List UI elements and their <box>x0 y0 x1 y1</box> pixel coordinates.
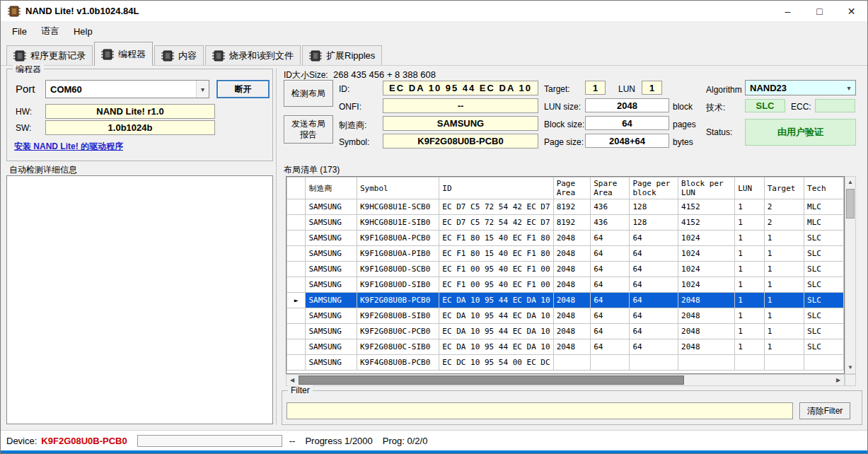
algorithm-combobox[interactable]: NAND23 ▾ <box>745 80 856 95</box>
table-cell[interactable]: EC DA 10 95 44 EC DA 10 <box>439 339 553 355</box>
table-row[interactable]: SAMSUNGK9HCG08U1E-SCB0EC D7 C5 72 54 42 … <box>287 199 844 215</box>
table-cell[interactable]: 1 <box>764 324 804 339</box>
table-cell[interactable]: 1024 <box>678 231 735 246</box>
column-header[interactable]: LUN <box>735 177 764 199</box>
table-cell[interactable]: SLC <box>804 277 844 293</box>
table-cell[interactable]: 64 <box>591 339 630 355</box>
disconnect-button[interactable]: 断开 <box>216 80 270 98</box>
column-header[interactable]: 制造商 <box>306 177 357 199</box>
table-cell[interactable]: 1 <box>764 339 804 355</box>
table-row[interactable]: SAMSUNGK9F1G08U0D-SCB0EC F1 00 95 40 EC … <box>287 262 844 277</box>
table-cell[interactable]: 1 <box>735 215 764 231</box>
table-cell[interactable]: 1024 <box>678 246 735 262</box>
table-cell[interactable]: K9F1G08U0D-SCB0 <box>357 262 439 277</box>
table-cell[interactable]: EC D7 C5 72 54 42 EC D7 <box>439 215 553 231</box>
table-cell[interactable]: SLC <box>804 308 844 324</box>
table-cell[interactable]: 64 <box>630 246 678 262</box>
close-button[interactable]: ✕ <box>835 1 867 22</box>
table-cell[interactable]: 4152 <box>678 199 735 215</box>
column-header[interactable]: Page per block <box>630 177 678 199</box>
table-cell[interactable]: SAMSUNG <box>306 231 357 246</box>
table-cell[interactable]: 1 <box>735 308 764 324</box>
filter-input[interactable] <box>287 402 793 419</box>
table-cell[interactable]: 64 <box>630 308 678 324</box>
table-cell[interactable]: 2048 <box>553 246 591 262</box>
table-cell[interactable] <box>804 355 844 371</box>
table-cell[interactable]: K9F1G08U0D-SIB0 <box>357 277 439 293</box>
table-cell[interactable]: SAMSUNG <box>306 215 357 231</box>
table-cell[interactable]: 2048 <box>553 277 591 293</box>
table-cell[interactable]: 2048 <box>553 262 591 277</box>
column-header[interactable] <box>287 177 306 199</box>
table-cell[interactable]: 2048 <box>553 293 591 308</box>
column-header[interactable]: ID <box>439 177 553 199</box>
table-cell[interactable]: K9HCG08U1E-SCB0 <box>357 199 439 215</box>
table-cell[interactable]: K9F2G08U0C-PCB0 <box>357 324 439 339</box>
table-cell[interactable]: 1024 <box>678 277 735 293</box>
menu-help[interactable]: Help <box>66 23 100 40</box>
tab-burn-read-file[interactable]: 烧录和读到文件 <box>205 45 301 65</box>
table-cell[interactable]: 1 <box>764 231 804 246</box>
auto-detect-output[interactable] <box>6 175 273 424</box>
column-header[interactable]: Target <box>764 177 804 199</box>
table-cell[interactable]: SAMSUNG <box>306 355 357 371</box>
table-row[interactable]: SAMSUNGK9HCG08U1E-SIB0EC D7 C5 72 54 42 … <box>287 215 844 231</box>
table-cell[interactable]: 2 <box>764 199 804 215</box>
table-cell[interactable]: 436 <box>591 199 630 215</box>
driver-install-link[interactable]: 安装 NAND Lite! 的驱动程序 <box>14 141 123 153</box>
table-cell[interactable]: EC F1 00 95 40 EC F1 00 <box>439 277 553 293</box>
table-cell[interactable]: SLC <box>804 262 844 277</box>
table-cell[interactable]: 1 <box>764 246 804 262</box>
minimize-button[interactable]: – <box>772 1 804 22</box>
table-cell[interactable]: EC F1 80 15 40 EC F1 80 <box>439 246 553 262</box>
table-cell[interactable]: EC DA 10 95 44 EC DA 10 <box>439 324 553 339</box>
horizontal-scrollbar[interactable]: ◀ ▶ <box>286 374 845 386</box>
table-cell[interactable]: MLC <box>804 199 844 215</box>
table-cell[interactable]: K9F1G08U0A-PCB0 <box>357 231 439 246</box>
column-header[interactable]: Block per LUN <box>678 177 735 199</box>
table-cell[interactable]: MLC <box>804 215 844 231</box>
table-row[interactable]: SAMSUNGK9F1G08U0A-PIB0EC F1 80 15 40 EC … <box>287 246 844 262</box>
table-cell[interactable]: 1024 <box>678 262 735 277</box>
menu-file[interactable]: File <box>5 23 34 40</box>
table-cell[interactable]: 64 <box>630 293 678 308</box>
table-cell[interactable]: 64 <box>591 246 630 262</box>
column-header[interactable]: Tech <box>804 177 844 199</box>
table-row[interactable]: SAMSUNGK9F1G08U0A-PCB0EC F1 80 15 40 EC … <box>287 231 844 246</box>
port-combobox[interactable]: COM60 ▾ <box>45 80 209 98</box>
chevron-down-icon[interactable]: ▾ <box>843 81 855 95</box>
scroll-down-icon[interactable]: ▼ <box>845 362 855 373</box>
table-cell[interactable]: 1 <box>764 277 804 293</box>
table-cell[interactable]: 436 <box>591 215 630 231</box>
table-cell[interactable]: EC F1 80 15 40 EC F1 80 <box>439 231 553 246</box>
table-cell[interactable]: 2048 <box>553 308 591 324</box>
table-row[interactable]: SAMSUNGK9F2G08U0B-SIB0EC DA 10 95 44 EC … <box>287 308 844 324</box>
table-cell[interactable]: 64 <box>591 277 630 293</box>
table-cell[interactable] <box>735 355 764 371</box>
table-cell[interactable]: SAMSUNG <box>306 339 357 355</box>
table-row[interactable]: ►SAMSUNGK9F2G08U0B-PCB0EC DA 10 95 44 EC… <box>287 293 844 308</box>
table-cell[interactable] <box>630 355 678 371</box>
table-cell[interactable]: 2048 <box>678 308 735 324</box>
table-cell[interactable]: EC D7 C5 72 54 42 EC D7 <box>439 199 553 215</box>
table-cell[interactable]: 2 <box>764 215 804 231</box>
table-row[interactable]: SAMSUNGK9F4G08U0B-PCB0EC DC 10 95 54 00 … <box>287 355 844 371</box>
table-cell[interactable]: 64 <box>591 231 630 246</box>
table-cell[interactable]: EC F1 00 95 40 EC F1 00 <box>439 262 553 277</box>
table-cell[interactable]: 1 <box>764 262 804 277</box>
table-cell[interactable]: 1 <box>764 293 804 308</box>
table-cell[interactable]: 2048 <box>553 339 591 355</box>
table-cell[interactable]: 64 <box>630 277 678 293</box>
scroll-up-icon[interactable]: ▲ <box>845 177 855 188</box>
table-cell[interactable]: 1 <box>735 199 764 215</box>
table-cell[interactable] <box>591 355 630 371</box>
table-cell[interactable]: EC DA 10 95 44 EC DA 10 <box>439 293 553 308</box>
table-row[interactable]: SAMSUNGK9F2G08U0C-PCB0EC DA 10 95 44 EC … <box>287 324 844 339</box>
table-row[interactable]: SAMSUNGK9F1G08U0D-SIB0EC F1 00 95 40 EC … <box>287 277 844 293</box>
table-cell[interactable]: SLC <box>804 246 844 262</box>
table-cell[interactable]: 2048 <box>553 324 591 339</box>
table-cell[interactable]: 1 <box>735 293 764 308</box>
table-cell[interactable]: 1 <box>735 277 764 293</box>
table-cell[interactable]: SAMSUNG <box>306 199 357 215</box>
table-cell[interactable]: K9F2G08U0B-PCB0 <box>357 293 439 308</box>
